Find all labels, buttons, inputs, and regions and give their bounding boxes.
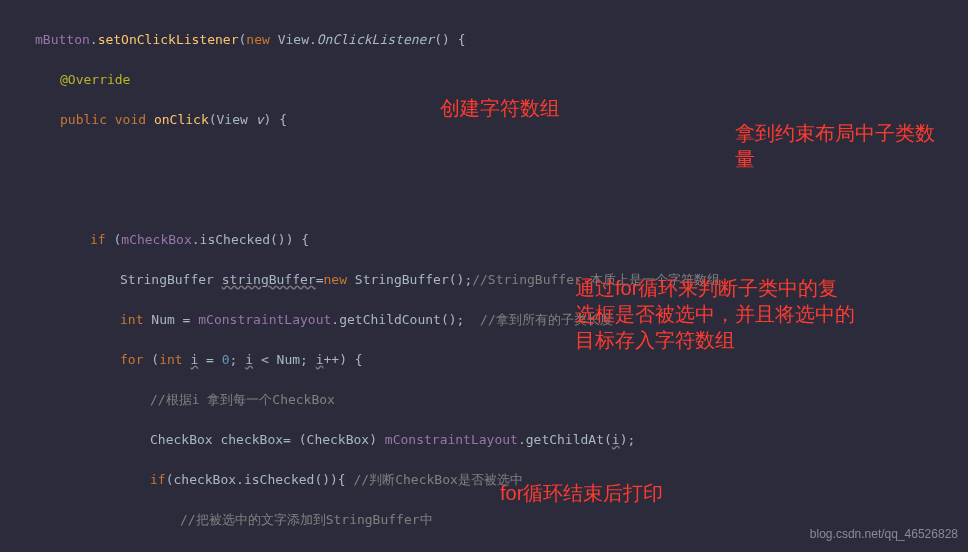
code-text: public void onClick(View v) { bbox=[60, 112, 287, 127]
code-text: //把被选中的文字添加到StringBuffer中 bbox=[180, 512, 433, 527]
code-text: int Num = mConstraintLayout.getChildCoun… bbox=[120, 312, 613, 327]
code-text: @Override bbox=[60, 72, 130, 87]
code-text: if (mCheckBox.isChecked()) { bbox=[90, 232, 309, 247]
watermark: blog.csdn.net/qq_46526828 bbox=[810, 524, 958, 544]
code-editor[interactable]: mButton.setOnClickListener(new View.OnCl… bbox=[0, 0, 968, 552]
code-text: CheckBox checkBox= (CheckBox) mConstrain… bbox=[150, 432, 635, 447]
code-text: if(checkBox.isChecked()){ //判断CheckBox是否… bbox=[150, 472, 523, 487]
code-text: for (int i = 0; i < Num; i++) { bbox=[120, 352, 363, 367]
code-text: StringBuffer stringBuffer=new StringBuff… bbox=[120, 272, 720, 287]
code-text: //根据i 拿到每一个CheckBox bbox=[150, 392, 335, 407]
code-text: mButton.setOnClickListener(new View.OnCl… bbox=[35, 32, 466, 47]
